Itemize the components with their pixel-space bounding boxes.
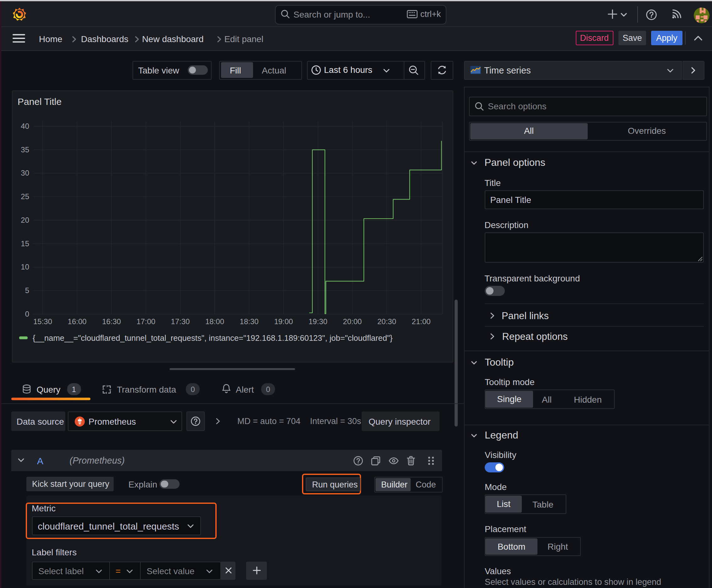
svg-text:15:30: 15:30 <box>33 317 52 326</box>
svg-text:17:00: 17:00 <box>136 317 155 326</box>
svg-text:20:00: 20:00 <box>343 317 361 326</box>
svg-text:16:00: 16:00 <box>67 317 86 326</box>
svg-text:5: 5 <box>25 286 29 295</box>
svg-text:17:30: 17:30 <box>170 317 189 326</box>
svg-text:19:00: 19:00 <box>274 317 293 326</box>
svg-text:20:30: 20:30 <box>377 317 396 326</box>
svg-text:16:30: 16:30 <box>102 317 121 326</box>
svg-text:18:30: 18:30 <box>239 317 258 326</box>
svg-text:18:00: 18:00 <box>205 317 224 326</box>
svg-text:0: 0 <box>25 310 29 318</box>
svg-text:{__name__="cloudflared_tunnel_: {__name__="cloudflared_tunnel_total_requ… <box>33 334 392 342</box>
svg-text:25: 25 <box>20 192 29 201</box>
svg-text:19:30: 19:30 <box>308 317 327 326</box>
svg-text:21:00: 21:00 <box>412 317 430 326</box>
svg-text:20: 20 <box>20 216 29 224</box>
svg-text:15: 15 <box>20 239 29 248</box>
svg-text:40: 40 <box>20 122 29 130</box>
svg-text:10: 10 <box>20 262 29 271</box>
svg-text:30: 30 <box>20 169 29 177</box>
svg-text:35: 35 <box>20 145 29 154</box>
